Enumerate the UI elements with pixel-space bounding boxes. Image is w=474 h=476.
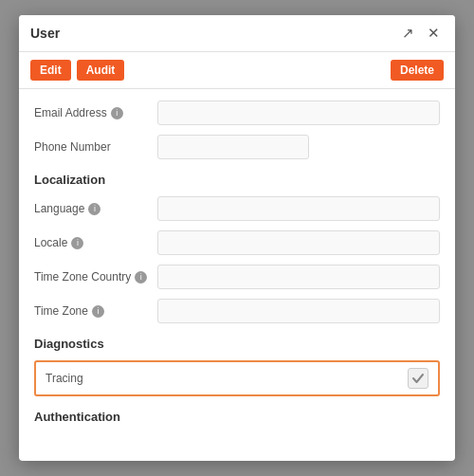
diagnostics-heading: Diagnostics (34, 337, 440, 351)
language-input[interactable] (157, 196, 440, 221)
checkmark-icon (411, 372, 425, 385)
modal-header-icons: ↗ ✕ (398, 23, 444, 44)
edit-button[interactable]: Edit (30, 60, 71, 81)
phone-number-field: Phone Number (34, 135, 440, 159)
delete-button[interactable]: Delete (391, 60, 444, 81)
timezone-country-field: Time Zone Country i (34, 265, 440, 289)
locale-field: Locale i (34, 230, 440, 255)
timezone-info-icon: i (92, 305, 104, 318)
phone-number-label: Phone Number (34, 140, 157, 154)
expand-icon: ↗ (402, 25, 414, 41)
timezone-label: Time Zone i (34, 304, 157, 318)
locale-input[interactable] (157, 230, 440, 255)
audit-button[interactable]: Audit (77, 60, 125, 81)
toolbar: Edit Audit Delete (19, 52, 455, 89)
timezone-input[interactable] (157, 299, 440, 323)
timezone-field: Time Zone i (34, 299, 440, 323)
language-field: Language i (34, 196, 440, 221)
timezone-country-info-icon: i (135, 271, 147, 284)
email-info-icon: i (111, 107, 123, 119)
language-label: Language i (34, 202, 157, 215)
locale-info-icon: i (71, 237, 83, 249)
localization-heading: Localization (34, 173, 440, 187)
expand-button[interactable]: ↗ (398, 23, 418, 44)
timezone-country-label: Time Zone Country i (34, 270, 157, 284)
phone-number-input[interactable] (157, 135, 309, 159)
modal-header: User ↗ ✕ (19, 15, 455, 52)
modal-title: User (30, 26, 60, 41)
tracing-checkbox[interactable] (408, 368, 428, 389)
tracing-row: Tracing (34, 360, 440, 396)
email-address-field: Email Address i (34, 101, 440, 125)
email-address-input[interactable] (157, 101, 440, 125)
modal-overlay: User ↗ ✕ Edit Audit Delete E (0, 0, 474, 476)
user-modal: User ↗ ✕ Edit Audit Delete E (19, 15, 455, 461)
authentication-heading: Authentication (34, 410, 440, 424)
close-button[interactable]: ✕ (424, 23, 444, 44)
close-icon: ✕ (428, 25, 440, 41)
timezone-country-input[interactable] (157, 265, 440, 289)
email-address-label: Email Address i (34, 106, 157, 119)
toolbar-left: Edit Audit (30, 60, 124, 81)
modal-body: Email Address i Phone Number Localizatio… (19, 89, 455, 461)
tracing-label: Tracing (46, 372, 408, 385)
language-info-icon: i (88, 203, 100, 215)
locale-label: Locale i (34, 236, 157, 249)
